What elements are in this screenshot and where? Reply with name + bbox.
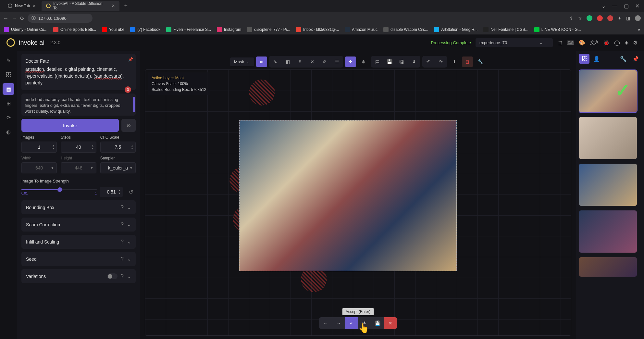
reload-icon[interactable]: ⟳ bbox=[20, 15, 24, 21]
canvas-viewport[interactable]: Active Layer: Mask Canvas Scale: 100% Sc… bbox=[145, 69, 571, 336]
tool-link[interactable]: ∞ bbox=[256, 56, 267, 67]
steps-input[interactable]: 40▲▼ bbox=[61, 142, 96, 153]
gallery-settings-icon[interactable]: 🔧 bbox=[618, 54, 628, 64]
bookmark-item[interactable]: YouTube bbox=[102, 27, 124, 32]
tool-delete[interactable]: 🗑 bbox=[462, 56, 473, 67]
tool-merge[interactable]: ▤ bbox=[372, 56, 383, 67]
bookmark-item[interactable]: Online Sports Betti... bbox=[53, 27, 96, 32]
reset-icon[interactable]: ↺ bbox=[126, 187, 136, 197]
stage-save[interactable]: 💾 bbox=[371, 317, 384, 329]
gallery-tab-results[interactable]: 🖼 bbox=[579, 54, 589, 64]
palette-icon[interactable]: 🎨 bbox=[579, 40, 585, 46]
tool-eraser[interactable]: ◧ bbox=[282, 56, 293, 67]
gallery-thumb[interactable] bbox=[579, 257, 637, 277]
stage-accept[interactable]: ✓ bbox=[345, 317, 358, 329]
rail-nodes[interactable]: ⊞ bbox=[3, 97, 14, 109]
bookmark-item[interactable]: Amazon Music bbox=[345, 27, 378, 32]
gallery-pin-icon[interactable]: 📌 bbox=[630, 54, 641, 64]
accordion-seam[interactable]: Seam Correction?⌄ bbox=[21, 218, 136, 232]
rail-txt2img[interactable]: ✎ bbox=[3, 55, 14, 66]
github-icon[interactable]: ◯ bbox=[614, 40, 620, 46]
extensions-icon[interactable]: ✦ bbox=[618, 16, 622, 21]
bookmark-item[interactable]: LINE WEBTOON - G... bbox=[534, 27, 581, 32]
back-icon[interactable]: ← bbox=[3, 15, 8, 21]
cube-icon[interactable]: ⬚ bbox=[557, 40, 562, 46]
sidepanel-icon[interactable]: ◨ bbox=[626, 16, 630, 21]
chevron-down-icon[interactable]: ⌄ bbox=[601, 3, 606, 9]
bookmarks-overflow[interactable]: » bbox=[638, 27, 640, 32]
spinner-icon[interactable]: ▲▼ bbox=[92, 144, 94, 150]
tool-brush[interactable]: ✎ bbox=[270, 56, 281, 67]
forward-icon[interactable]: → bbox=[12, 15, 17, 21]
tool-picker[interactable]: ✐ bbox=[319, 56, 330, 67]
spinner-icon[interactable]: ▲▼ bbox=[118, 189, 121, 195]
stage-discard[interactable]: ✕ bbox=[384, 317, 397, 329]
browser-tab-new[interactable]: New Tab ✕ bbox=[3, 1, 40, 11]
url-bar[interactable]: ⓘ 127.0.0.1:9090 bbox=[28, 14, 93, 23]
cancel-button[interactable]: ⊗ bbox=[121, 119, 136, 132]
spinner-icon[interactable]: ▲▼ bbox=[131, 144, 133, 150]
negative-prompt[interactable]: nude bad anatomy, bad hands, text, error… bbox=[21, 94, 136, 116]
accordion-bounding-box[interactable]: Bounding Box?⌄ bbox=[21, 200, 136, 214]
help-icon[interactable]: ? bbox=[121, 239, 124, 245]
tool-save[interactable]: 💾 bbox=[384, 56, 395, 67]
rail-postprocess[interactable]: ⟳ bbox=[3, 112, 14, 123]
gallery-list[interactable]: ✓ bbox=[579, 66, 641, 277]
language-icon[interactable]: 文A bbox=[590, 39, 599, 46]
tool-lines[interactable]: ☰ bbox=[331, 56, 342, 67]
bookmark-item[interactable]: discipleneil777 - Pr... bbox=[247, 27, 290, 32]
spinner-icon[interactable]: ▲▼ bbox=[52, 144, 55, 150]
pin-icon[interactable]: 📌 bbox=[128, 56, 133, 62]
stage-prev[interactable]: ← bbox=[319, 317, 332, 329]
discord-icon[interactable]: ◈ bbox=[625, 40, 628, 46]
keyboard-icon[interactable]: ⌨ bbox=[567, 40, 574, 46]
layer-select[interactable]: Mask⌄ bbox=[230, 57, 254, 66]
gallery-thumb[interactable] bbox=[579, 117, 637, 159]
close-icon[interactable]: ✕ bbox=[635, 3, 639, 9]
i2i-value[interactable]: 0.51▲▼ bbox=[100, 187, 123, 197]
close-icon[interactable]: ✕ bbox=[112, 4, 115, 8]
rail-training[interactable]: ◐ bbox=[3, 126, 14, 138]
share-icon[interactable]: ⇪ bbox=[569, 16, 573, 21]
bookmark-item[interactable]: ArtStation - Greg R... bbox=[434, 27, 477, 32]
new-tab-button[interactable]: + bbox=[121, 3, 131, 9]
bookmark-item[interactable]: Udemy - Online Co... bbox=[4, 27, 47, 32]
images-input[interactable]: 1▲▼ bbox=[21, 142, 57, 153]
tool-redo[interactable]: ↷ bbox=[435, 56, 446, 67]
help-icon[interactable]: ? bbox=[121, 222, 124, 228]
stage-show[interactable]: 👁 bbox=[358, 317, 371, 329]
tool-move[interactable]: ✥ bbox=[345, 56, 356, 67]
positive-prompt[interactable]: 📌 Doctor Fate artstation, detailed, digi… bbox=[21, 54, 136, 90]
minimize-icon[interactable]: — bbox=[612, 3, 617, 9]
tool-download[interactable]: ⬇ bbox=[409, 56, 420, 67]
bookmark-item[interactable]: Instagram bbox=[217, 27, 241, 32]
help-icon[interactable]: ? bbox=[121, 273, 124, 279]
extension-icon[interactable] bbox=[587, 15, 592, 21]
model-select[interactable]: experience_70 ⌄ bbox=[476, 38, 553, 47]
settings-icon[interactable]: ⚙ bbox=[633, 40, 638, 46]
accordion-seed[interactable]: Seed?⌄ bbox=[21, 252, 136, 266]
bookmark-item[interactable]: disable Wacom Circ... bbox=[383, 27, 428, 32]
gallery-thumb[interactable]: ✓ bbox=[579, 70, 637, 112]
close-icon[interactable]: ✕ bbox=[32, 4, 36, 8]
accordion-infill[interactable]: Infill and Scaling?⌄ bbox=[21, 235, 136, 249]
help-icon[interactable]: ? bbox=[121, 205, 124, 210]
width-select[interactable]: 640▼ bbox=[21, 162, 57, 173]
rail-img2img[interactable]: 🖼 bbox=[3, 69, 14, 81]
maximize-icon[interactable]: ▢ bbox=[624, 3, 629, 9]
invoke-button[interactable]: Invoke bbox=[21, 119, 119, 132]
height-select[interactable]: 448▼ bbox=[61, 162, 96, 173]
extension-icon[interactable] bbox=[597, 15, 603, 21]
canvas-generated-image[interactable] bbox=[239, 120, 457, 271]
cfg-input[interactable]: 7.5▲▼ bbox=[100, 142, 136, 153]
variations-toggle[interactable] bbox=[107, 273, 118, 279]
tool-upload[interactable]: ⬆ bbox=[449, 56, 460, 67]
i2i-slider[interactable] bbox=[21, 189, 97, 190]
accordion-variations[interactable]: Variations?⌄ bbox=[21, 269, 136, 283]
browser-tab-invoke[interactable]: InvokeAI - A Stable Diffusion To... ✕ bbox=[42, 1, 119, 11]
rail-canvas[interactable]: ▦ bbox=[3, 83, 14, 95]
tool-undo[interactable]: ↶ bbox=[423, 56, 434, 67]
tool-fill[interactable]: ⇪ bbox=[294, 56, 305, 67]
bookmark-item[interactable]: Fiverr - Freelance S... bbox=[166, 27, 211, 32]
avatar-icon[interactable] bbox=[635, 15, 641, 21]
